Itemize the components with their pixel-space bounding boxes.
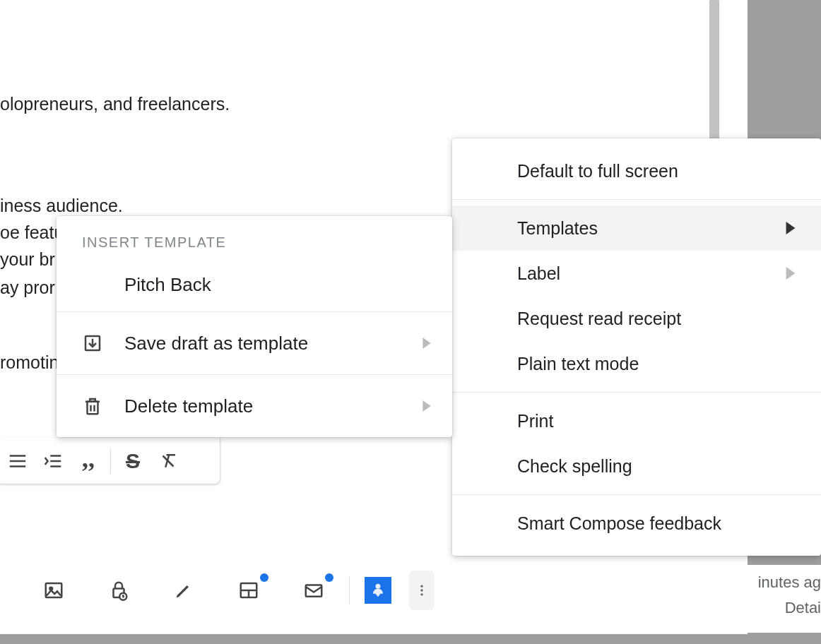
extension-icon <box>365 577 391 604</box>
background-grey-bottom <box>0 634 821 644</box>
insert-signature-button[interactable] <box>151 569 216 612</box>
save-draft-as-template[interactable]: Save draft as template <box>57 312 452 374</box>
body-text-line: olopreneurs, and freelancers. <box>0 90 230 117</box>
details-link[interactable]: Detai <box>785 599 821 617</box>
insert-photo-button[interactable] <box>21 569 86 612</box>
chevron-right-icon <box>423 400 431 412</box>
submenu-item-label: Delete template <box>124 395 253 417</box>
svg-point-14 <box>376 584 381 589</box>
menu-print[interactable]: Print <box>452 398 821 443</box>
template-name-label: Pitch Back <box>124 274 211 296</box>
svg-point-17 <box>420 593 423 595</box>
submenu-item-label: Save draft as template <box>124 333 308 354</box>
template-item-pitch-back[interactable]: Pitch Back <box>57 258 452 311</box>
chevron-right-icon <box>786 267 796 280</box>
menu-smart-compose-feedback[interactable]: Smart Compose feedback <box>452 501 821 546</box>
lock-clock-icon <box>108 580 129 601</box>
body-text-line: oe featu <box>0 219 64 246</box>
align-icon <box>7 451 28 472</box>
toolbar-divider <box>110 448 111 474</box>
clear-formatting-icon <box>158 451 179 472</box>
last-activity-text: inutes ag <box>758 573 821 592</box>
submenu-header: INSERT TEMPLATE <box>57 216 452 258</box>
menu-item-label: Smart Compose feedback <box>517 513 721 534</box>
compose-toolbar <box>0 559 748 621</box>
menu-check-spelling[interactable]: Check spelling <box>452 443 821 489</box>
indent-button[interactable] <box>35 444 71 478</box>
svg-rect-27 <box>88 402 98 415</box>
menu-separator <box>452 199 821 200</box>
svg-marker-24 <box>786 267 796 280</box>
menu-item-label: Templates <box>517 218 598 239</box>
svg-point-16 <box>420 589 423 591</box>
strikethrough-icon: S <box>126 449 140 473</box>
indent-icon <box>42 451 64 472</box>
more-vertical-icon <box>415 580 429 601</box>
mail-button[interactable] <box>281 569 346 612</box>
quote-icon: ,, <box>82 443 95 473</box>
photo-icon <box>43 580 64 601</box>
menu-item-label: Label <box>517 263 560 284</box>
body-text-line: ay pror <box>0 274 55 301</box>
menu-item-label: Request read receipt <box>517 309 681 329</box>
menu-plain-text-mode[interactable]: Plain text mode <box>452 341 821 386</box>
delete-template[interactable]: Delete template <box>57 375 452 437</box>
activity-footer: inutes ag Detai <box>651 565 821 633</box>
toolbar-divider <box>349 576 350 604</box>
save-icon <box>82 333 103 354</box>
svg-marker-26 <box>423 338 430 349</box>
confidential-mode-button[interactable] <box>86 569 151 612</box>
more-options-menu: Default to full screen Templates Label R… <box>452 138 821 556</box>
layout-button[interactable] <box>216 569 281 612</box>
svg-point-15 <box>420 585 423 588</box>
extension-button[interactable] <box>353 569 403 612</box>
trash-icon <box>82 395 103 417</box>
menu-item-label: Plain text mode <box>517 354 639 374</box>
chevron-right-icon <box>786 222 796 234</box>
svg-marker-23 <box>786 222 796 234</box>
strikethrough-button[interactable]: S <box>115 444 150 478</box>
menu-item-label: Default to full screen <box>517 161 678 181</box>
menu-label[interactable]: Label <box>452 251 821 296</box>
svg-rect-13 <box>306 585 322 597</box>
align-button[interactable] <box>0 444 35 478</box>
mail-icon <box>303 580 324 601</box>
quote-button[interactable]: ,, <box>71 444 106 478</box>
menu-item-label: Check spelling <box>517 456 632 477</box>
layout-icon <box>238 580 259 601</box>
menu-request-read-receipt[interactable]: Request read receipt <box>452 296 821 341</box>
menu-default-full-screen[interactable]: Default to full screen <box>452 148 821 193</box>
svg-rect-6 <box>46 583 62 597</box>
menu-templates[interactable]: Templates <box>452 205 821 251</box>
body-text-line: your br <box>0 246 55 273</box>
chevron-right-icon <box>423 338 431 349</box>
menu-item-label: Print <box>517 411 553 431</box>
body-text-line: romotin <box>0 349 59 376</box>
body-text-line: iness audience. <box>0 192 123 219</box>
menu-separator <box>452 392 821 393</box>
svg-marker-30 <box>423 400 430 412</box>
pen-icon <box>174 580 194 600</box>
templates-submenu: INSERT TEMPLATE Pitch Back Save draft as… <box>57 216 452 437</box>
more-options-button[interactable] <box>409 571 435 610</box>
clear-formatting-button[interactable] <box>150 444 186 478</box>
scrollbar-thumb[interactable] <box>709 0 719 141</box>
menu-separator <box>452 494 821 495</box>
formatting-toolbar: ,, S <box>0 438 220 484</box>
notification-dot <box>325 573 333 582</box>
notification-dot <box>260 573 268 582</box>
